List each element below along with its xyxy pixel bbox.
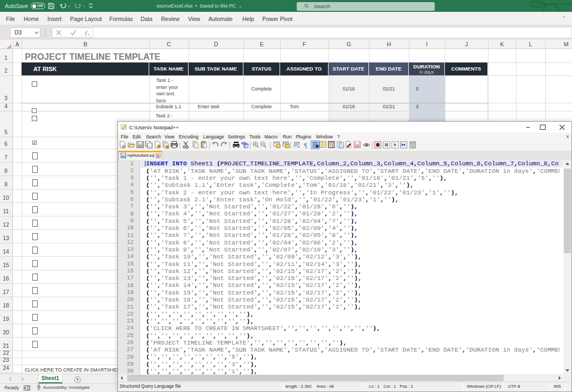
svg-text:ab: ab: [245, 144, 249, 148]
svg-text:¶: ¶: [304, 141, 308, 149]
svg-text:x: x: [87, 32, 90, 36]
